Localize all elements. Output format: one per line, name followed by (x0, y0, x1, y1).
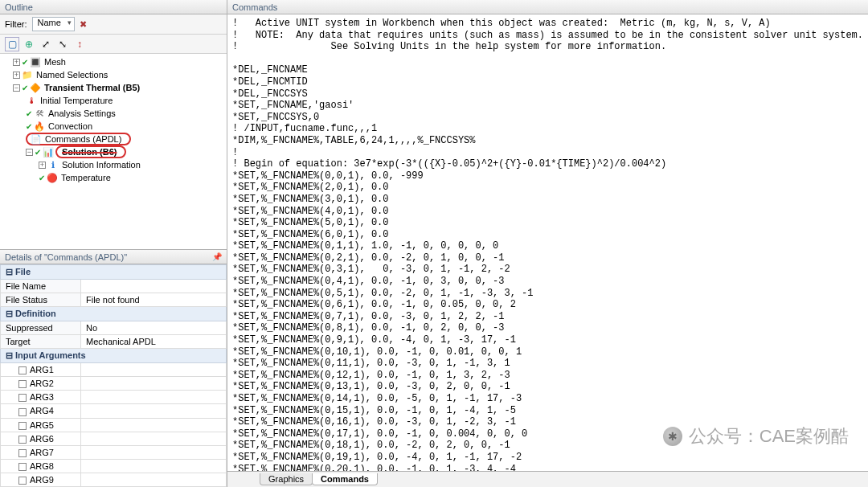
commands-icon: 📄 (31, 134, 42, 145)
check-icon: ✔ (26, 122, 32, 131)
outline-toolbar: ▢ ⊕ ⤢ ⤡ ↕ (0, 35, 227, 54)
tb-sort-icon[interactable]: ↕ (72, 37, 87, 51)
tree-item-solution[interactable]: − ✔ 📊 Solution (B6) (3, 145, 223, 158)
tb-collapse-icon[interactable]: ⤡ (55, 37, 70, 51)
commands-panel-title: Commands (227, 0, 868, 14)
check-icon: ✔ (22, 84, 28, 92)
tb-new-icon[interactable]: ▢ (5, 37, 19, 51)
tab-commands[interactable]: Commands (312, 473, 378, 485)
row-filestatus-key: File Status (1, 293, 81, 307)
check-icon: ✔ (26, 109, 32, 118)
tree-item-mesh[interactable]: + ✔ 🔳 Mesh (3, 55, 223, 68)
row-arg7[interactable]: ARG7 (1, 445, 81, 459)
tree-label: Transient Thermal (B5) (43, 83, 141, 92)
row-arg5[interactable]: ARG5 (1, 418, 81, 432)
row-filename-key: File Name (1, 280, 81, 293)
details-table: ⊟ File File Name File Status File not fo… (0, 264, 227, 487)
tab-graphics[interactable]: Graphics (260, 473, 313, 485)
row-arg3[interactable]: ARG3 (1, 391, 81, 404)
row-suppressed-key: Suppressed (1, 321, 81, 335)
filter-row: Filter: Name ✖ (0, 14, 227, 35)
editor-tabs: Graphics Commands (227, 471, 868, 487)
tree-item-temperature[interactable]: ✔ 🔴 Temperature (3, 171, 223, 184)
tb-expand-icon[interactable]: ⤢ (39, 37, 53, 51)
filter-label: Filter: (5, 19, 27, 29)
convection-icon: 🔥 (34, 121, 45, 132)
tree-item-commands-apdl[interactable]: 📄 Commands (APDL) (3, 133, 223, 145)
folder-icon: 📁 (22, 70, 33, 80)
tree-item-solution-info[interactable]: + ℹ Solution Information (3, 158, 223, 171)
details-panel: Details of "Commands (APDL)" 📌 ⊟ File Fi… (0, 249, 227, 487)
thermal-icon: 🔶 (30, 83, 41, 93)
code-content[interactable]: ! Active UNIT system in Workbench when t… (232, 18, 863, 471)
tree-label: Analysis Settings (47, 108, 117, 118)
row-target-val[interactable]: Mechanical APDL (81, 335, 227, 349)
row-filename-val[interactable] (81, 280, 227, 293)
tree-label: Named Selections (35, 70, 109, 80)
solution-icon: 📊 (43, 147, 54, 158)
check-icon: ✔ (35, 148, 41, 157)
details-panel-title: Details of "Commands (APDL)" 📌 (0, 250, 227, 264)
tree-item-analysis-settings[interactable]: ✔ 🛠 Analysis Settings (3, 107, 223, 120)
row-arg6[interactable]: ARG6 (1, 432, 81, 445)
tree-label: Solution Information (60, 160, 142, 170)
tree-label: Temperature (59, 173, 113, 182)
group-definition[interactable]: ⊟ Definition (1, 307, 227, 321)
temperature-icon: 🔴 (47, 173, 58, 183)
tree-label: Mesh (43, 57, 68, 67)
tree-item-named-selections[interactable]: + 📁 Named Selections (3, 68, 223, 81)
pin-icon[interactable]: 📌 (212, 252, 222, 263)
check-icon: ✔ (22, 58, 28, 67)
temp-icon: 🌡 (26, 96, 37, 105)
row-arg1[interactable]: ARG1 (1, 363, 81, 377)
row-arg4[interactable]: ARG4 (1, 404, 81, 418)
row-arg8[interactable]: ARG8 (1, 459, 81, 473)
row-arg9[interactable]: ARG9 (1, 473, 81, 486)
row-suppressed-val[interactable]: No (81, 321, 227, 335)
row-target-key: Target (1, 335, 81, 349)
tb-add-icon[interactable]: ⊕ (22, 37, 36, 51)
settings-icon: 🛠 (34, 108, 45, 118)
tree-item-transient-thermal[interactable]: − ✔ 🔶 Transient Thermal (B5) (3, 81, 223, 94)
tree-label: Commands (APDL) (43, 134, 123, 144)
tree-label: Convection (47, 121, 94, 131)
tree-label: Initial Temperature (39, 96, 114, 105)
info-icon: ℹ (47, 160, 59, 170)
tree-view[interactable]: + ✔ 🔳 Mesh + 📁 Named Selections − ✔ 🔶 Tr… (0, 54, 227, 249)
mesh-icon: 🔳 (30, 57, 41, 68)
tree-item-initial-temp[interactable]: 🌡 Initial Temperature (3, 94, 223, 107)
group-file[interactable]: ⊟ File (1, 265, 227, 280)
outline-panel-title: Outline (0, 0, 227, 14)
tree-label: Solution (B6) (60, 147, 118, 157)
group-input-args[interactable]: ⊟ Input Arguments (1, 349, 227, 363)
row-arg2[interactable]: ARG2 (1, 377, 81, 391)
row-filestatus-val: File not found (81, 293, 227, 307)
filter-clear-icon[interactable]: ✖ (80, 19, 87, 30)
commands-editor[interactable]: ! Active UNIT system in Workbench when t… (227, 14, 868, 471)
check-icon: ✔ (39, 174, 45, 182)
tree-item-convection[interactable]: ✔ 🔥 Convection (3, 120, 223, 133)
details-title-label: Details of "Commands (APDL)" (5, 252, 127, 263)
filter-select[interactable]: Name (32, 17, 75, 31)
